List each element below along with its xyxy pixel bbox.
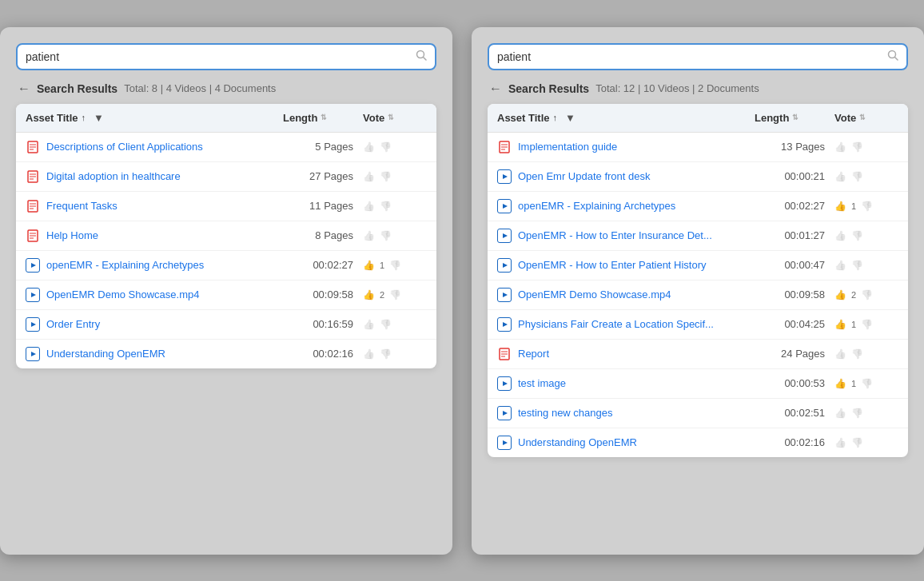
asset-title-link[interactable]: Frequent Tasks [46, 200, 117, 212]
svg-marker-33 [503, 322, 508, 327]
vote-up-button[interactable]: 👍 [834, 378, 846, 389]
vote-down-button[interactable]: 👎 [851, 408, 863, 419]
vote-down-button[interactable]: 👎 [851, 230, 863, 241]
header-vote[interactable]: Vote⇅ [363, 112, 427, 124]
asset-cell: Open Emr Update front desk [497, 169, 755, 184]
vote-up-button[interactable]: 👍 [363, 201, 375, 212]
search-bar [488, 43, 908, 70]
asset-title-link[interactable]: Digital adoption in healthcare [46, 170, 181, 182]
asset-title-link[interactable]: Order Entry [46, 318, 100, 330]
asset-title-link[interactable]: OpenEMR - How to Enter Insurance Det... [518, 229, 712, 241]
vote-up-button[interactable]: 👍 [363, 171, 375, 182]
vote-up-button[interactable]: 👍 [363, 260, 375, 271]
asset-cell: Understanding OpenEMR [497, 436, 755, 450]
results-header: ←Search ResultsTotal: 12 | 10 Videos | 2… [488, 82, 908, 96]
vote-up-button[interactable]: 👍 [834, 437, 846, 448]
vote-cell: 👍👎 [363, 141, 427, 153]
vote-up-button[interactable]: 👍 [363, 141, 375, 153]
vote-up-button[interactable]: 👍 [834, 201, 846, 212]
vote-cell: 👍👎 [363, 171, 427, 182]
vote-down-button[interactable]: 👎 [389, 289, 401, 300]
asset-title-link[interactable]: Help Home [46, 229, 98, 241]
asset-title-link[interactable]: Implementation guide [518, 141, 617, 153]
filter-icon[interactable]: ▼ [565, 112, 576, 124]
vote-up-button[interactable]: 👍 [834, 348, 846, 360]
vote-down-button[interactable]: 👎 [861, 289, 873, 300]
vote-down-button[interactable]: 👎 [851, 171, 863, 182]
length-cell: 00:09:58 [283, 289, 363, 300]
search-input[interactable] [26, 50, 416, 63]
table-row: Descriptions of Client Applications5 Pag… [16, 133, 436, 162]
vote-cell: 👍👎 [363, 201, 427, 212]
table-header: Asset Title↑▼Length⇅Vote⇅ [488, 104, 908, 133]
table-row: Digital adoption in healthcare27 Pages👍👎 [16, 162, 436, 192]
table-row: testing new changes00:02:51👍👎 [488, 399, 908, 428]
length-cell: 11 Pages [283, 200, 363, 212]
vote-down-button[interactable]: 👎 [380, 348, 392, 360]
video-icon [497, 169, 512, 184]
vote-down-button[interactable]: 👎 [851, 437, 863, 448]
vote-down-button[interactable]: 👎 [380, 319, 392, 330]
asset-title-link[interactable]: Descriptions of Client Applications [46, 141, 203, 153]
vote-up-button[interactable]: 👍 [363, 348, 375, 360]
svg-marker-39 [503, 411, 508, 416]
length-cell: 00:00:47 [755, 259, 834, 271]
asset-title-link[interactable]: OpenEMR Demo Showcase.mp4 [46, 289, 199, 300]
table-row: OpenEMR Demo Showcase.mp400:09:58👍2👎 [16, 281, 436, 310]
header-vote[interactable]: Vote⇅ [834, 112, 898, 124]
length-cell: 27 Pages [283, 170, 363, 182]
results-table: Asset Title↑▼Length⇅Vote⇅Implementation … [488, 104, 908, 457]
vote-up-button[interactable]: 👍 [834, 408, 846, 419]
vote-up-button[interactable]: 👍 [834, 230, 846, 241]
table-row: OpenEMR - How to Enter Patient History00… [488, 251, 908, 281]
vote-up-button[interactable]: 👍 [363, 289, 375, 300]
asset-cell: testing new changes [497, 406, 755, 420]
asset-title-link[interactable]: OpenEMR - How to Enter Patient History [518, 259, 707, 271]
results-stats: Total: 8 | 4 Videos | 4 Documents [124, 82, 276, 94]
vote-down-button[interactable]: 👎 [851, 348, 863, 360]
vote-down-button[interactable]: 👎 [861, 319, 873, 330]
search-icon [416, 50, 427, 64]
asset-title-link[interactable]: Open Emr Update front desk [518, 170, 650, 182]
vote-down-button[interactable]: 👎 [851, 141, 863, 153]
asset-title-link[interactable]: test image [518, 377, 566, 389]
asset-title-link[interactable]: openEMR - Explaining Archetypes [46, 259, 204, 271]
vote-up-button[interactable]: 👍 [834, 319, 846, 330]
asset-title-link[interactable]: Report [518, 348, 549, 360]
vote-up-button[interactable]: 👍 [834, 141, 846, 153]
vote-up-button[interactable]: 👍 [363, 230, 375, 241]
asset-title-link[interactable]: openEMR - Explaining Archetypes [518, 200, 675, 212]
vote-up-button[interactable]: 👍 [834, 260, 846, 271]
back-arrow[interactable]: ← [489, 82, 502, 96]
back-arrow[interactable]: ← [18, 82, 30, 96]
asset-title-link[interactable]: testing new changes [518, 407, 613, 419]
asset-title-link[interactable]: Physicians Fair Create a Location Specif… [518, 318, 714, 330]
vote-down-button[interactable]: 👎 [380, 141, 392, 153]
vote-down-button[interactable]: 👎 [861, 378, 873, 389]
vote-down-button[interactable]: 👎 [380, 230, 392, 241]
asset-title-link[interactable]: Understanding OpenEMR [518, 436, 637, 448]
vote-up-button[interactable]: 👍 [363, 319, 375, 330]
vote-up-button[interactable]: 👍 [834, 171, 846, 182]
svg-line-1 [424, 57, 427, 60]
vote-down-button[interactable]: 👎 [861, 201, 873, 212]
video-icon [497, 376, 512, 391]
vote-cell: 👍👎 [834, 230, 898, 241]
header-asset-title[interactable]: Asset Title↑▼ [26, 112, 283, 124]
vote-count: 2 [851, 290, 856, 300]
header-length-label: Length [755, 112, 789, 124]
search-input[interactable] [497, 50, 887, 63]
header-length[interactable]: Length⇅ [755, 112, 834, 124]
vote-up-button[interactable]: 👍 [834, 289, 846, 300]
header-asset-title[interactable]: Asset Title↑▼ [497, 112, 755, 124]
vote-down-button[interactable]: 👎 [851, 260, 863, 271]
asset-title-link[interactable]: Understanding OpenEMR [46, 348, 165, 360]
asset-title-link[interactable]: OpenEMR Demo Showcase.mp4 [518, 289, 671, 300]
filter-icon[interactable]: ▼ [94, 112, 104, 124]
header-length[interactable]: Length⇅ [283, 112, 363, 124]
vote-down-button[interactable]: 👎 [380, 201, 392, 212]
document-icon [26, 140, 40, 154]
vote-down-button[interactable]: 👎 [389, 260, 401, 271]
table-header: Asset Title↑▼Length⇅Vote⇅ [16, 104, 436, 133]
vote-down-button[interactable]: 👎 [380, 171, 392, 182]
